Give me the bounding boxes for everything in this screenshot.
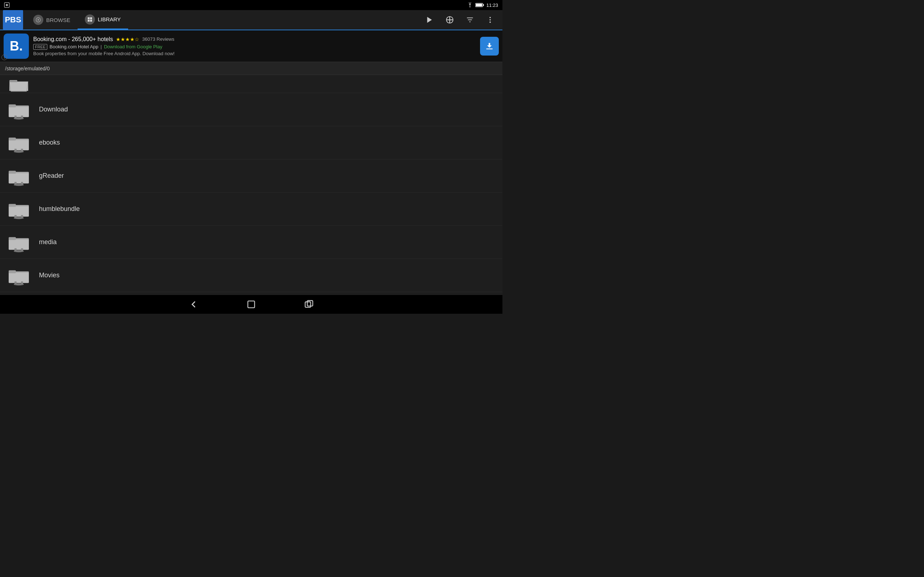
svg-point-19 <box>489 17 491 18</box>
svg-point-7 <box>37 19 39 21</box>
ad-title-row: Booking.com - 265,000+ hotels ★★★★☆ 3607… <box>33 36 480 43</box>
svg-rect-29 <box>9 104 16 107</box>
svg-point-32 <box>14 117 24 119</box>
svg-rect-70 <box>305 302 311 307</box>
svg-rect-41 <box>9 171 16 174</box>
svg-rect-4 <box>483 4 484 6</box>
svg-rect-47 <box>9 204 16 206</box>
svg-point-44 <box>14 184 24 186</box>
time-display: 11:23 <box>486 3 498 8</box>
svg-rect-10 <box>88 19 89 21</box>
current-path: /storage/emulated/0 <box>5 66 50 71</box>
folder-icon <box>4 261 33 290</box>
list-item[interactable]: Download <box>0 93 502 126</box>
back-button[interactable] <box>186 297 201 311</box>
browse-tab[interactable]: BROWSE <box>26 10 78 29</box>
ad-info-icon: i <box>2 55 7 60</box>
file-name: Download <box>39 106 68 113</box>
svg-rect-35 <box>9 137 16 140</box>
svg-rect-34 <box>9 140 29 150</box>
file-name: media <box>39 239 57 246</box>
folder-icon <box>4 292 33 295</box>
ad-stars: ★★★★☆ <box>116 36 139 42</box>
nav-right-icons <box>423 13 502 26</box>
list-item[interactable]: Music <box>0 292 502 295</box>
folder-icon <box>4 95 33 124</box>
svg-point-50 <box>14 217 24 219</box>
svg-point-56 <box>14 250 24 252</box>
ad-subtitle: Booking.com Hotel App <box>50 44 98 49</box>
file-name: humblebundle <box>39 205 80 213</box>
bottom-nav <box>0 295 502 314</box>
add-button[interactable] <box>443 13 456 26</box>
battery-icon <box>475 3 484 7</box>
recent-apps-button[interactable] <box>302 297 316 311</box>
ad-content: Booking.com - 265,000+ hotels ★★★★☆ 3607… <box>33 36 480 56</box>
folder-icon <box>4 161 33 190</box>
svg-rect-71 <box>307 301 313 306</box>
ad-free-badge: FREE <box>33 44 47 50</box>
svg-rect-52 <box>9 239 29 250</box>
filter-button[interactable] <box>464 13 477 26</box>
library-tab[interactable]: LIBRARY <box>78 10 128 29</box>
svg-rect-40 <box>9 173 29 183</box>
svg-rect-22 <box>486 48 492 49</box>
folder-icon <box>4 195 33 224</box>
file-name: ebooks <box>39 139 60 147</box>
svg-point-20 <box>489 19 491 21</box>
ad-banner: B. Booking.com - 265,000+ hotels ★★★★☆ 3… <box>0 30 502 62</box>
svg-rect-58 <box>9 272 29 283</box>
folder-icon <box>4 128 33 157</box>
svg-point-2 <box>470 6 470 7</box>
wifi-icon <box>467 3 473 8</box>
ad-reviews: 36073 Reviews <box>142 36 174 42</box>
ad-download-button[interactable] <box>480 37 499 56</box>
list-item[interactable]: ebooks <box>0 126 502 160</box>
nav-bar: PBS BROWSE LIBRARY <box>0 10 502 30</box>
svg-marker-24 <box>10 82 28 91</box>
path-bar: /storage/emulated/0 <box>0 62 502 75</box>
svg-rect-59 <box>9 270 16 273</box>
list-item[interactable] <box>0 75 502 93</box>
list-item[interactable]: media <box>0 226 502 259</box>
svg-rect-25 <box>10 80 17 82</box>
svg-rect-9 <box>90 17 92 19</box>
app-logo[interactable]: PBS <box>3 10 23 30</box>
status-bar: 11:23 <box>0 0 502 10</box>
file-name: gReader <box>39 172 64 180</box>
svg-rect-11 <box>90 19 92 21</box>
svg-rect-28 <box>9 107 29 117</box>
svg-point-1 <box>6 4 8 6</box>
library-icon <box>85 15 95 24</box>
file-list: Download ebooks gReade <box>0 75 502 295</box>
ad-subtitle-row: FREE Booking.com Hotel App | Download fr… <box>33 44 480 50</box>
svg-rect-69 <box>248 301 255 308</box>
status-bar-left <box>3 0 10 10</box>
svg-marker-12 <box>427 17 432 23</box>
file-name: Movies <box>39 272 60 279</box>
svg-rect-5 <box>476 3 483 6</box>
nav-tabs: BROWSE LIBRARY <box>26 10 128 29</box>
list-item[interactable]: gReader <box>0 160 502 193</box>
ad-logo: B. <box>3 34 29 59</box>
home-button[interactable] <box>244 297 258 311</box>
svg-rect-46 <box>9 206 29 216</box>
browse-icon <box>33 15 43 25</box>
ad-download-link[interactable]: Download from Google Play <box>104 44 162 49</box>
svg-rect-8 <box>88 17 89 19</box>
svg-rect-53 <box>9 237 16 240</box>
svg-point-21 <box>489 22 491 23</box>
play-button[interactable] <box>423 13 436 26</box>
folder-icon <box>4 228 33 257</box>
status-icons: 11:23 <box>467 3 498 8</box>
svg-point-62 <box>14 283 24 285</box>
list-item[interactable]: Movies <box>0 259 502 292</box>
svg-point-38 <box>14 150 24 153</box>
ad-description: Book properties from your mobile Free An… <box>33 51 480 56</box>
ad-title: Booking.com - 265,000+ hotels <box>33 36 113 43</box>
list-item[interactable]: humblebundle <box>0 193 502 226</box>
more-menu-button[interactable] <box>484 13 497 26</box>
